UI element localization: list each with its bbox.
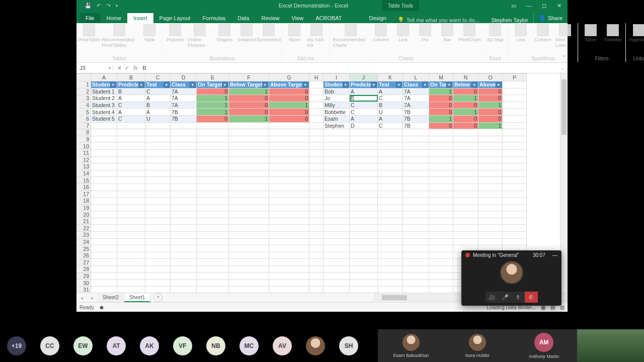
participant-avatar[interactable]: AT	[107, 336, 126, 355]
cell-P24[interactable]	[503, 238, 527, 245]
cell-A14[interactable]	[91, 170, 117, 177]
cell-N18[interactable]	[453, 198, 478, 205]
filter-dropdown-icon[interactable]: ▾	[262, 82, 268, 88]
cell-D3[interactable]: 7A	[171, 95, 197, 102]
cell-P14[interactable]	[503, 170, 527, 177]
cell-B10[interactable]	[117, 143, 145, 150]
name-box[interactable]: J3▾	[76, 65, 113, 71]
cell-J27[interactable]	[350, 259, 378, 266]
cell-G13[interactable]	[269, 163, 309, 170]
cancel-formula-icon[interactable]: ✕	[117, 65, 122, 71]
row-header[interactable]: 23	[77, 232, 91, 239]
expand-formula-icon[interactable]: ⌄	[560, 65, 568, 70]
cell-K7[interactable]: C	[378, 122, 403, 129]
participant-avatar[interactable]: CC	[40, 336, 59, 355]
cell-M24[interactable]	[429, 238, 453, 245]
cell-L8[interactable]	[403, 129, 429, 136]
cell-P3[interactable]	[503, 95, 527, 102]
cell-L16[interactable]	[403, 184, 429, 191]
cell-J5[interactable]: C	[350, 109, 378, 116]
col-header-L[interactable]: L	[403, 74, 429, 81]
row-header[interactable]: 16	[77, 184, 91, 191]
cell-G20[interactable]	[269, 211, 309, 218]
cell-I10[interactable]	[324, 143, 350, 150]
row-header[interactable]: 22	[77, 225, 91, 232]
cell-L27[interactable]	[403, 259, 429, 266]
row-header[interactable]: 21	[77, 218, 91, 225]
cell-L11[interactable]	[403, 149, 429, 156]
cell-G15[interactable]	[269, 177, 309, 184]
cell-J4[interactable]: C	[350, 102, 378, 109]
cell-F15[interactable]	[229, 177, 269, 184]
cell-H24[interactable]	[309, 238, 324, 245]
cell-F31[interactable]	[229, 286, 269, 293]
cell-N17[interactable]	[453, 191, 478, 198]
cell-H2[interactable]	[309, 88, 324, 95]
cell-F27[interactable]	[229, 259, 269, 266]
cell-M21[interactable]	[429, 218, 453, 225]
cell-F4[interactable]: 0	[229, 102, 269, 109]
cell-I26[interactable]	[324, 252, 350, 259]
cell-H6[interactable]	[309, 115, 324, 122]
cell-J30[interactable]	[350, 280, 378, 287]
cell-H10[interactable]	[309, 143, 324, 150]
cell-C3[interactable]: A	[145, 95, 171, 102]
ribbon-smartart[interactable]: SmartArt	[237, 24, 256, 42]
cell-I3[interactable]: Jo	[324, 95, 350, 102]
cell-D23[interactable]	[171, 232, 197, 239]
cell-A4[interactable]: Student 3	[91, 102, 117, 109]
tab-insert[interactable]: Insert	[127, 13, 153, 23]
participant-avatar[interactable]: SH	[339, 336, 358, 355]
cell-K19[interactable]	[378, 204, 403, 211]
ribbon-pivotchart[interactable]: PivotChart	[460, 24, 479, 42]
row-header[interactable]: 9	[77, 136, 91, 143]
cell-L4[interactable]: 7A	[403, 102, 429, 109]
cell-P21[interactable]	[503, 218, 527, 225]
cell-K29[interactable]	[378, 273, 403, 280]
cell-F23[interactable]	[229, 232, 269, 239]
cell-F7[interactable]	[229, 122, 269, 129]
cell-C7[interactable]	[145, 122, 171, 129]
cell-N24[interactable]	[453, 238, 478, 245]
cell-O21[interactable]	[478, 218, 503, 225]
cell-O5[interactable]: 0	[478, 109, 503, 116]
filter-dropdown-icon[interactable]: ▾	[302, 82, 308, 88]
cell-L21[interactable]	[403, 218, 429, 225]
participant-avatar[interactable]: VF	[173, 336, 192, 355]
cell-H21[interactable]	[309, 218, 324, 225]
cell-I5[interactable]: Bobbette	[324, 109, 350, 116]
col-header-B[interactable]: B	[117, 74, 145, 81]
cell-M2[interactable]: 1	[429, 88, 453, 95]
cell-J28[interactable]	[350, 266, 378, 273]
cell-E8[interactable]	[197, 129, 229, 136]
cell-H16[interactable]	[309, 184, 324, 191]
row-header[interactable]: 1	[77, 81, 91, 88]
cell-I14[interactable]	[324, 170, 350, 177]
cell-I13[interactable]	[324, 163, 350, 170]
cell-D1[interactable]: Class▾	[171, 81, 197, 88]
cell-I6[interactable]: Esam	[324, 115, 350, 122]
cell-I20[interactable]	[324, 211, 350, 218]
cell-K1[interactable]: Test▾	[378, 81, 403, 88]
hangup-button[interactable]: ✆	[525, 292, 538, 303]
cell-I28[interactable]	[324, 266, 350, 273]
cell-I11[interactable]	[324, 149, 350, 156]
filter-dropdown-icon[interactable]: ▾	[396, 82, 402, 88]
cell-B1[interactable]: Predicted▾	[117, 81, 145, 88]
cell-H3[interactable]	[309, 95, 324, 102]
col-header-P[interactable]: P	[503, 74, 527, 81]
cell-B14[interactable]	[117, 170, 145, 177]
cell-L7[interactable]: 7B	[403, 122, 429, 129]
filter-dropdown-icon[interactable]: ▾	[138, 82, 144, 88]
cell-E2[interactable]: 0	[197, 88, 229, 95]
cell-I8[interactable]	[324, 129, 350, 136]
cell-O2[interactable]: 0	[478, 88, 503, 95]
row-header[interactable]: 11	[77, 149, 91, 156]
cell-E26[interactable]	[197, 252, 229, 259]
cell-J26[interactable]	[350, 252, 378, 259]
tab-home[interactable]: Home	[101, 13, 127, 23]
col-header-K[interactable]: K	[378, 74, 403, 81]
cell-N15[interactable]	[453, 177, 478, 184]
cell-C5[interactable]: A	[145, 109, 171, 116]
col-header-I[interactable]: I	[324, 74, 350, 81]
